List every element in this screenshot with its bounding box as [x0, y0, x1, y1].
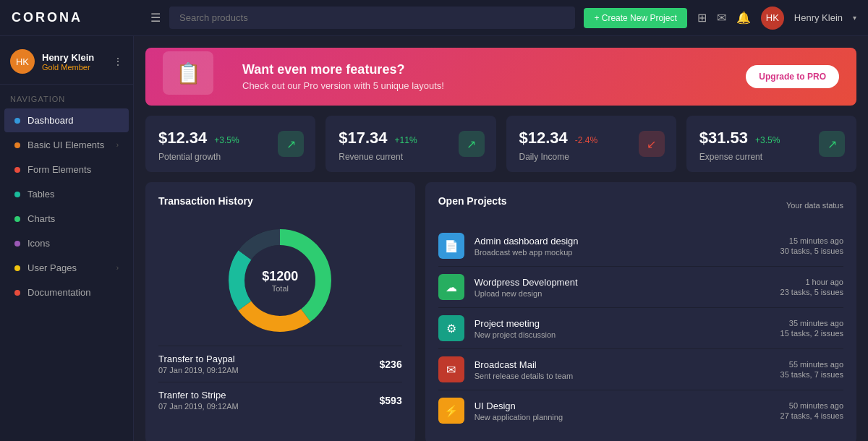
project-meta: 35 minutes ago 15 tasks, 2 issues [780, 319, 843, 338]
avatar[interactable]: HK [761, 7, 784, 30]
logo: CORONA [12, 10, 142, 25]
sidebar-item-dashboard[interactable]: Dashboard [4, 108, 129, 132]
sidebar-item-icons[interactable]: Icons [4, 231, 129, 255]
stat-change: -2.4% [575, 135, 597, 145]
project-item-project-meeting[interactable]: ⚙ Project meeting New project discussion… [438, 308, 843, 349]
sidebar: HK Henry Klein Gold Member ⋮ Navigation … [0, 36, 134, 441]
project-subtitle: Sent release details to team [475, 372, 770, 380]
sidebar-item-label: Dashboard [27, 115, 74, 126]
projects-title: Open Projects [438, 195, 507, 207]
donut-wrapper: $1200 Total [222, 223, 338, 338]
project-name: Admin dashboard design [475, 236, 770, 247]
project-meta: 50 minutes ago 27 tasks, 4 issues [780, 401, 843, 420]
project-name: Broadcast Mail [475, 359, 770, 370]
project-subtitle: Upload new design [475, 289, 770, 298]
project-info: Wordpress Development Upload new design [475, 277, 770, 298]
grid-icon[interactable]: ⊞ [697, 11, 707, 25]
project-tasks: 15 tasks, 2 issues [780, 329, 843, 338]
project-info: Broadcast Mail Sent release details to t… [475, 359, 770, 380]
transaction-date: 07 Jan 2019, 09:12AM [158, 366, 380, 374]
sidebar-item-tables[interactable]: Tables [4, 182, 129, 206]
transaction-item: Transfer to Paypal 07 Jan 2019, 09:12AM … [158, 346, 402, 382]
promo-text: Want even more features? Check out our P… [242, 62, 444, 91]
bell-icon[interactable]: 🔔 [736, 11, 751, 25]
project-item-wordpress-dev[interactable]: ☁ Wordpress Development Upload new desig… [438, 267, 843, 308]
layout: HK Henry Klein Gold Member ⋮ Navigation … [0, 36, 868, 441]
project-item-broadcast-mail[interactable]: ✉ Broadcast Mail Sent release details to… [438, 349, 843, 390]
hamburger-icon[interactable]: ☰ [150, 11, 161, 25]
stat-change: +3.5% [214, 135, 239, 145]
sidebar-item-label: Charts [27, 213, 55, 224]
project-item-ui-design[interactable]: ⚡ UI Design New application planning 50 … [438, 390, 843, 431]
project-time: 15 minutes ago [780, 236, 843, 245]
transaction-card: Transaction History [145, 182, 415, 441]
chevron-right-icon: › [116, 264, 119, 272]
project-icon: ⚙ [438, 315, 464, 341]
chevron-right-icon: › [116, 141, 119, 149]
project-info: UI Design New application planning [475, 401, 770, 421]
promo-title: Want even more features? [242, 62, 444, 77]
sidebar-more-icon[interactable]: ⋮ [113, 56, 123, 67]
stat-card-potential-growth: $12.34 +3.5% Potential growth ↗ [145, 116, 315, 172]
donut-amount: $1200 [262, 269, 298, 284]
projects-header: Open Projects Your data status [438, 195, 843, 215]
stat-change: +3.5% [755, 135, 780, 145]
project-list: 📄 Admin dashboard design Broadcast web a… [438, 226, 843, 431]
promo-image: 📋 [163, 51, 228, 102]
sidebar-user-role: Gold Member [42, 63, 94, 72]
donut-chart: $1200 Total [158, 223, 402, 338]
stat-change: +11% [395, 135, 417, 145]
project-time: 1 hour ago [780, 278, 843, 286]
sidebar-item-charts[interactable]: Charts [4, 207, 129, 231]
sidebar-nav-label: Navigation [0, 92, 133, 108]
project-subtitle: Broadcast web app mockup [475, 248, 770, 257]
donut-label: Total [262, 284, 298, 293]
user-name[interactable]: Henry Klein [794, 12, 843, 23]
sidebar-user: HK Henry Klein Gold Member ⋮ [0, 43, 133, 85]
promo-banner: 📋 Want even more features? Check out our… [145, 48, 856, 106]
sidebar-item-label: User Pages [27, 262, 77, 273]
project-info: Project meeting New project discussion [475, 318, 770, 339]
project-subtitle: New project discussion [475, 330, 770, 339]
sidebar-dot-icon [14, 167, 20, 173]
sidebar-item-documentation[interactable]: Documentation [4, 281, 129, 304]
chevron-down-icon: ▾ [853, 14, 856, 22]
create-project-button[interactable]: + Create New Project [584, 8, 686, 28]
project-subtitle: New application planning [475, 413, 770, 421]
project-icon: ⚡ [438, 398, 464, 424]
project-icon: ☁ [438, 274, 464, 300]
transaction-name: Transfer to Paypal [158, 354, 380, 364]
project-icon: 📄 [438, 233, 464, 259]
promo-illustration: 📋 [163, 51, 213, 95]
sidebar-dot-icon [14, 265, 20, 271]
project-name: UI Design [475, 401, 770, 411]
main-content: 📋 Want even more features? Check out our… [134, 36, 868, 441]
stat-trend-icon: ↗ [819, 131, 845, 157]
data-status: Your data status [786, 201, 843, 210]
sidebar-item-user-pages[interactable]: User Pages› [4, 256, 129, 280]
project-time: 35 minutes ago [780, 319, 843, 327]
transaction-list: Transfer to Paypal 07 Jan 2019, 09:12AM … [158, 346, 402, 418]
stats-row: $12.34 +3.5% Potential growth ↗ $17.34 +… [145, 116, 856, 172]
topbar: CORONA ☰ + Create New Project ⊞ ✉ 🔔 HK H… [0, 0, 868, 36]
promo-subtitle: Check out our Pro version with 5 unique … [242, 80, 444, 91]
project-meta: 15 minutes ago 30 tasks, 5 issues [780, 236, 843, 255]
search-input[interactable] [169, 7, 575, 29]
transaction-name: Tranfer to Stripe [158, 390, 380, 401]
sidebar-item-basic-ui[interactable]: Basic UI Elements› [4, 133, 129, 157]
transaction-amount: $236 [380, 359, 402, 370]
sidebar-item-form-elements[interactable]: Form Elements [4, 158, 129, 181]
bottom-row: Transaction History [145, 182, 856, 441]
stat-trend-icon: ↙ [639, 131, 665, 157]
project-tasks: 23 tasks, 5 issues [780, 288, 843, 296]
upgrade-button[interactable]: Upgrade to PRO [746, 65, 839, 88]
stat-trend-icon: ↗ [459, 131, 485, 157]
sidebar-item-label: Icons [27, 238, 50, 249]
sidebar-item-label: Tables [27, 189, 55, 200]
stat-card-expense-current: $31.53 +3.5% Expense current ↗ [686, 116, 856, 172]
sidebar-item-label: Basic UI Elements [27, 140, 104, 150]
sidebar-dot-icon [14, 216, 20, 222]
mail-icon[interactable]: ✉ [717, 11, 726, 25]
project-item-admin-dashboard[interactable]: 📄 Admin dashboard design Broadcast web a… [438, 226, 843, 267]
transaction-info: Tranfer to Stripe 07 Jan 2019, 09:12AM [158, 390, 380, 411]
